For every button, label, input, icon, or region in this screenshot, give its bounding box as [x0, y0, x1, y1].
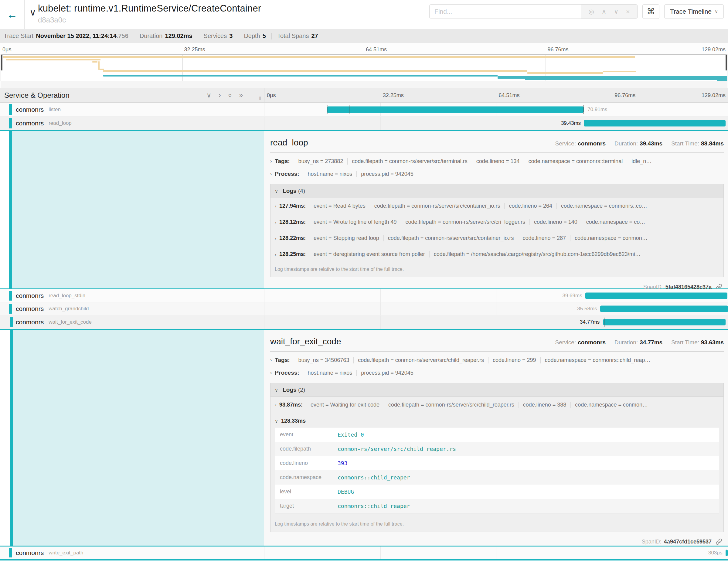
span-duration: 34.77ms	[580, 319, 600, 325]
tag-pair: code.lineno = 134	[472, 158, 524, 165]
field-key: target	[280, 503, 338, 509]
span-service: conmonrs	[16, 549, 44, 557]
service-color-bar	[9, 304, 12, 314]
expand-all-icon[interactable]: »	[239, 92, 243, 99]
tags-label: Tags:	[275, 357, 290, 363]
span-row-listen[interactable]: conmonrs listen 70.91ms	[0, 103, 728, 117]
collapse-all-icon[interactable]: »	[227, 93, 233, 97]
log-entry-expanded[interactable]: ∨ 128.33ms	[270, 413, 723, 426]
divider	[610, 339, 610, 346]
total-spans-label: Total Spans	[277, 32, 309, 39]
find-target-icon[interactable]: ◎	[589, 8, 594, 15]
log-entry[interactable]: › 127.94ms: event = Read 4 bytes code.fi…	[270, 198, 723, 214]
log-field: event = Read 4 bytes	[309, 203, 370, 209]
tick-label: 32.25ms	[383, 92, 404, 99]
minimap-span	[92, 61, 97, 63]
trace-start-label: Trace Start	[4, 32, 33, 39]
span-bar[interactable]	[327, 106, 584, 113]
view-selector-label: Trace Timeline	[670, 8, 712, 15]
log-entry[interactable]: › 128.25ms: event = deregistering event …	[270, 246, 723, 262]
find-input[interactable]	[430, 5, 581, 19]
minimap-left-handle[interactable]	[1, 55, 2, 70]
tags-row[interactable]: › Tags: busy_ns = 34506763 code.filepath…	[270, 352, 724, 365]
log-entry[interactable]: › 128.22ms: event = Stopping read loop c…	[270, 230, 723, 246]
depth-value: 5	[263, 32, 266, 39]
service-color-bar	[9, 131, 12, 288]
span-row-timeline[interactable]: 39.43ms	[264, 117, 728, 130]
find-clear-icon[interactable]: ×	[626, 8, 630, 15]
service-value: conmonrs	[578, 140, 606, 147]
start-time-label: Start Time:	[671, 140, 699, 147]
collapse-title-icon[interactable]: ∨	[29, 8, 36, 29]
trace-id: d8a3a0c	[38, 16, 261, 24]
logs-header[interactable]: ∨ Logs (2)	[270, 383, 723, 397]
table-row: event Exited 0	[275, 427, 719, 442]
minimap-span	[103, 75, 498, 77]
tick-label: 0μs	[2, 46, 11, 53]
deep-link-icon[interactable]	[715, 538, 723, 545]
span-bar[interactable]	[585, 293, 728, 299]
process-row[interactable]: › Process: host.name = nixos process.pid…	[270, 365, 724, 377]
span-bar[interactable]	[603, 319, 726, 325]
log-field: code.lineno = 140	[529, 219, 582, 225]
find-next-icon[interactable]: ∨	[614, 8, 618, 15]
top-bar: ← ∨ kubelet: runtime.v1.RuntimeService/C…	[0, 0, 728, 29]
find-prev-icon[interactable]: ∧	[602, 8, 606, 15]
span-row-timeline[interactable]: 35.58ms	[264, 302, 728, 315]
minimap-right-handle[interactable]	[726, 55, 727, 70]
detail-left-gutter	[0, 330, 264, 546]
back-button[interactable]: ←	[0, 0, 25, 29]
span-row-read-loop-stdin[interactable]: conmonrs read_loop_stdin 39.69ms	[0, 289, 728, 302]
duration-label: Duration:	[614, 140, 638, 147]
span-bar[interactable]	[584, 120, 726, 127]
process-pair: host.name = nixos	[304, 370, 357, 376]
tag-pair: idle_n…	[627, 158, 656, 165]
log-field: code.namespace = conmon…	[570, 235, 652, 241]
field-key: code.filepath	[280, 446, 338, 452]
span-row-watch-grandchild[interactable]: conmonrs watch_grandchild 35.58ms	[0, 302, 728, 315]
view-selector-button[interactable]: Trace Timeline ∨	[664, 4, 724, 19]
start-time-value: 88.84ms	[701, 140, 724, 147]
span-row-timeline[interactable]: 34.77ms	[264, 315, 728, 329]
service-color-bar	[9, 104, 12, 115]
span-bar[interactable]	[726, 550, 728, 556]
minimap-span	[103, 70, 527, 72]
process-row[interactable]: › Process: host.name = nixos process.pid…	[270, 166, 724, 179]
span-row-timeline[interactable]: 70.91ms	[264, 103, 728, 116]
log-marker	[328, 105, 328, 114]
collapse-one-icon[interactable]: ∨	[206, 92, 211, 99]
column-resizer[interactable]: ‖	[259, 96, 262, 102]
expand-one-icon[interactable]: ›	[219, 92, 221, 99]
minimap-canvas[interactable]	[1, 54, 727, 81]
span-row-write-exit-path[interactable]: conmonrs write_exit_path 303μs	[0, 547, 728, 559]
span-row-read-loop[interactable]: conmonrs read_loop 39.43ms	[0, 117, 728, 130]
span-row-wait-for-exit-code[interactable]: conmonrs wait_for_exit_code 34.77ms	[0, 315, 728, 329]
tick-label: 129.02ms	[702, 92, 726, 99]
detail-title: wait_for_exit_code	[270, 337, 341, 346]
service-color-bar	[9, 291, 12, 301]
duration-label: Duration:	[614, 339, 638, 346]
logs-header[interactable]: ∨ Logs (4)	[270, 184, 723, 198]
detail-titlebar: read_loop Service: conmonrs Duration: 39…	[270, 138, 724, 153]
keyboard-shortcuts-button[interactable]: ⌘	[642, 4, 659, 19]
span-row-timeline[interactable]: 303μs	[264, 547, 728, 559]
log-field: code.filepath = conmon-rs/server/src/cri…	[401, 219, 529, 225]
span-detail-read-loop: read_loop Service: conmonrs Duration: 39…	[0, 130, 728, 289]
log-note: Log timestamps are relative to the start…	[270, 517, 723, 532]
span-row-timeline[interactable]: 39.69ms	[264, 289, 728, 302]
service-value: conmonrs	[578, 339, 606, 346]
log-field: code.lineno = 287	[518, 235, 570, 241]
process-pair: host.name = nixos	[304, 171, 357, 177]
trace-minimap[interactable]: 0μs 32.25ms 64.51ms 96.76ms 129.02ms	[0, 43, 728, 88]
log-entry[interactable]: › 128.12ms: event = Wrote log line of le…	[270, 214, 723, 230]
span-bar[interactable]	[600, 306, 728, 312]
tags-row[interactable]: › Tags: busy_ns = 273882 code.filepath =…	[270, 153, 724, 166]
log-field: event = deregistering event source from …	[309, 251, 429, 257]
span-duration: 39.69ms	[562, 293, 582, 299]
detail-body: read_loop Service: conmonrs Duration: 39…	[264, 131, 728, 288]
process-label: Process:	[275, 370, 299, 376]
log-entry[interactable]: › 93.87ms: event = Waiting for exit code…	[270, 397, 723, 413]
divider	[610, 141, 610, 147]
span-duration: 39.43ms	[561, 120, 581, 126]
log-field: code.namespace = conmonrs::co…	[556, 203, 651, 209]
